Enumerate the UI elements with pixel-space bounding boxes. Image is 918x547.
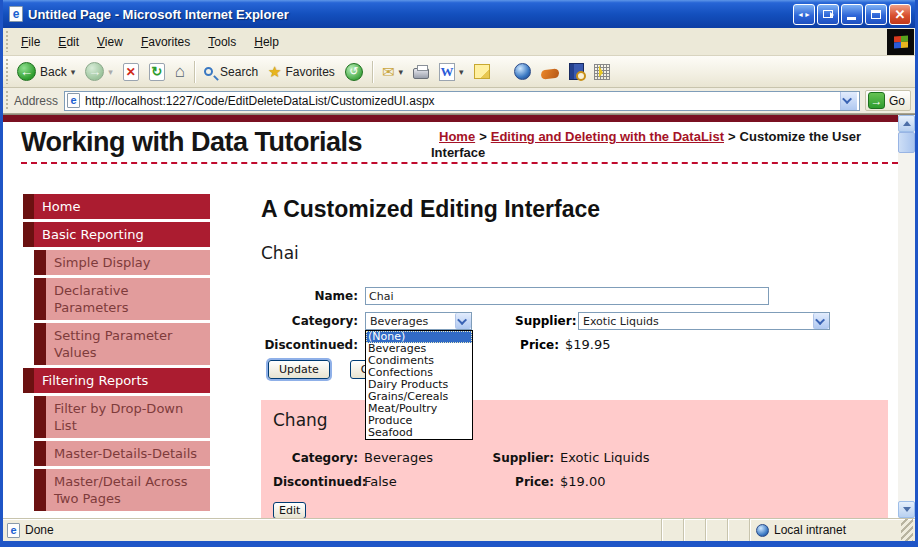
scrollbar-thumb[interactable] <box>898 132 915 153</box>
edit-buttons-row: Update Cancel <box>261 360 888 379</box>
menu-grip[interactable] <box>5 31 10 52</box>
menu-item[interactable]: Favorites <box>132 31 199 53</box>
popout-icon[interactable] <box>817 4 839 25</box>
supplier-dropdown-button[interactable] <box>813 313 829 329</box>
status-pane <box>683 519 705 541</box>
menu-item[interactable]: File <box>12 31 49 53</box>
discontinued-row: Discontinued: Price: $19.95 <box>261 337 888 352</box>
sidebar-item-accent <box>34 278 46 320</box>
scrollbar-track[interactable] <box>898 153 915 501</box>
print-button[interactable] <box>408 62 434 81</box>
menu-item[interactable]: View <box>88 31 132 53</box>
refresh-button[interactable]: ↻ <box>144 61 170 83</box>
refresh-icon: ↻ <box>149 63 165 81</box>
notes-button[interactable] <box>469 62 495 81</box>
display-price-value: $19.00 <box>560 474 606 489</box>
scroll-up-button[interactable] <box>898 115 915 132</box>
sidebar-item[interactable]: Setting Parameter Values <box>34 323 210 365</box>
status-bar: e Done Local intranet <box>3 518 915 541</box>
history-button[interactable]: ↺ <box>340 61 368 83</box>
arrow-down-icon <box>903 507 911 512</box>
edit-with-word-button[interactable]: W ▾ <box>434 61 469 83</box>
research-swoosh-button[interactable] <box>536 62 564 81</box>
favorites-button[interactable]: ★ Favorites <box>263 61 340 83</box>
sidebar-item-label: Declarative Parameters <box>46 278 210 320</box>
display-discontinued-row: Discontinued: False Price: $19.00 <box>273 474 876 489</box>
search-button[interactable]: Search <box>199 63 263 81</box>
breadcrumb-link[interactable]: Home <box>439 129 475 144</box>
sidebar-item[interactable]: Filtering Reports <box>23 368 210 393</box>
breadcrumb-link[interactable]: Editing and Deleting with the DataList <box>491 129 724 144</box>
sidebar-item[interactable]: Declarative Parameters <box>34 278 210 320</box>
breadcrumb-item: >Editing and Deleting with the DataList <box>475 129 724 144</box>
window-title: Untitled Page - Microsoft Internet Explo… <box>28 7 793 22</box>
supplier-selected-value: Exotic Liquids <box>579 315 813 328</box>
address-grip[interactable] <box>5 91 10 110</box>
forward-button[interactable]: → ▾ <box>80 60 118 83</box>
supplier-select[interactable]: Exotic Liquids <box>578 312 830 330</box>
sidebar-item[interactable]: Master-Details-Details <box>34 441 210 466</box>
back-caret-icon[interactable]: ▾ <box>71 67 76 77</box>
breadcrumb: Home>Editing and Deleting with the DataL… <box>431 129 876 161</box>
sidebar-item-accent <box>34 250 46 275</box>
mail-caret-icon[interactable]: ▾ <box>398 67 403 77</box>
address-url[interactable]: http://localhost:1227/Code/EditDeleteDat… <box>85 94 840 108</box>
menu-item[interactable]: Help <box>245 31 288 53</box>
page-top-accent-bar <box>3 115 898 122</box>
breadcrumb-separator: > <box>479 129 487 144</box>
title-bar: e Untitled Page - Microsoft Internet Exp… <box>3 0 915 28</box>
scroll-down-button[interactable] <box>898 501 915 518</box>
back-button[interactable]: ← Back ▾ <box>12 60 80 83</box>
home-button[interactable]: ⌂ <box>170 60 190 84</box>
pan-arrows-icon[interactable]: ◄► <box>793 4 815 25</box>
messenger-icon <box>514 63 531 80</box>
name-row: Name: Chai <box>261 287 888 305</box>
dropdown-option[interactable]: Seafood <box>366 427 472 439</box>
minimize-button[interactable] <box>841 4 863 25</box>
menu-items: FileEditViewFavoritesToolsHelp <box>12 31 288 53</box>
category-dropdown-list: (None)BeveragesCondimentsConfectionsDair… <box>365 330 473 440</box>
status-pane <box>661 519 683 541</box>
sidebar-item[interactable]: Home <box>23 194 210 219</box>
go-label: Go <box>889 94 905 108</box>
messenger-button[interactable] <box>509 61 536 82</box>
update-button[interactable]: Update <box>268 360 330 379</box>
address-dropdown-button[interactable] <box>840 92 857 110</box>
chevron-down-icon <box>457 315 467 325</box>
sidebar-item-accent <box>34 441 46 466</box>
category-select[interactable]: Beverages <box>365 312 472 330</box>
breadcrumb-separator: > <box>728 129 736 144</box>
toolbar: ← Back ▾ → ▾ ✕ ↻ ⌂ Search ★ Favorites ↺ <box>3 56 915 88</box>
go-button[interactable]: → Go <box>865 90 911 111</box>
research-book-button[interactable] <box>564 61 589 82</box>
name-input[interactable]: Chai <box>365 287 769 305</box>
address-label: Address <box>12 94 64 108</box>
sidebar-item[interactable]: Filter by Drop-Down List <box>34 396 210 438</box>
maximize-button[interactable] <box>865 4 887 25</box>
display-supplier-label: Supplier: <box>482 451 554 465</box>
browser-viewport: Working with Data Tutorials Home>Editing… <box>3 114 915 518</box>
sidebar-item-accent <box>34 323 46 365</box>
category-dropdown-button[interactable] <box>455 313 471 329</box>
edit-button[interactable]: Edit <box>273 502 306 518</box>
word-caret-icon[interactable]: ▾ <box>459 67 464 77</box>
vertical-scrollbar[interactable] <box>898 115 915 518</box>
status-pane <box>705 519 727 541</box>
page-title: A Customized Editing Interface <box>261 196 888 223</box>
menu-item[interactable]: Tools <box>199 31 245 53</box>
toolbar-grip[interactable] <box>5 59 10 84</box>
favorites-label: Favorites <box>286 65 335 79</box>
stop-button[interactable]: ✕ <box>118 61 144 83</box>
security-zone: Local intranet <box>749 519 899 541</box>
address-input[interactable]: e http://localhost:1227/Code/EditDeleteD… <box>64 91 860 111</box>
encoding-button[interactable] <box>589 62 615 82</box>
close-button[interactable]: ✕ <box>889 4 911 25</box>
display-price-label: Price: <box>482 475 554 489</box>
sidebar-item[interactable]: Basic Reporting <box>23 222 210 247</box>
forward-caret-icon: ▾ <box>108 67 113 77</box>
sidebar-item[interactable]: Simple Display <box>34 250 210 275</box>
mail-button[interactable]: ✉ ▾ <box>377 61 408 83</box>
sidebar-item[interactable]: Master/Detail Across Two Pages <box>34 469 210 511</box>
menu-item[interactable]: Edit <box>49 31 88 53</box>
resize-grip[interactable] <box>901 519 913 541</box>
